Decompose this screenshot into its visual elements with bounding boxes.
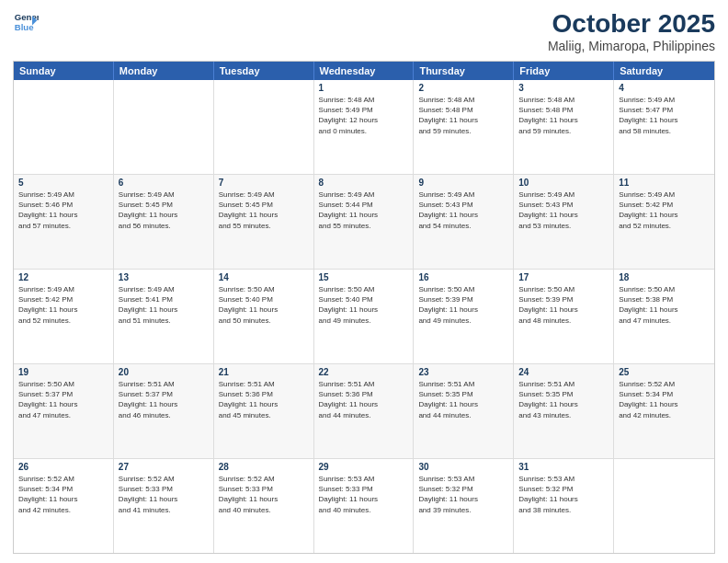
cell-line: and 44 minutes. — [418, 410, 508, 420]
calendar-cell: 15Sunrise: 5:50 AMSunset: 5:40 PMDayligh… — [314, 270, 415, 363]
title-block: October 2025 Maliig, Mimaropa, Philippin… — [548, 9, 715, 53]
calendar-cell: 1Sunrise: 5:48 AMSunset: 5:49 PMDaylight… — [314, 80, 415, 174]
cell-line: Sunrise: 5:50 AM — [18, 379, 108, 389]
cell-line: Sunset: 5:39 PM — [418, 294, 508, 304]
calendar-cell: 14Sunrise: 5:50 AMSunset: 5:40 PMDayligh… — [214, 270, 314, 363]
cell-line: Sunset: 5:38 PM — [619, 294, 710, 304]
calendar-body: 1Sunrise: 5:48 AMSunset: 5:49 PMDaylight… — [14, 80, 714, 553]
cell-line: and 54 minutes. — [418, 221, 508, 231]
cell-line: and 52 minutes. — [18, 316, 108, 326]
cell-line: Sunset: 5:33 PM — [219, 484, 309, 494]
day-number: 7 — [219, 178, 309, 188]
cell-line: Daylight: 11 hours — [119, 494, 209, 504]
cell-line: Sunset: 5:35 PM — [418, 389, 508, 399]
day-number: 22 — [319, 367, 409, 377]
cell-line: Sunset: 5:39 PM — [518, 294, 609, 304]
cell-line: Sunset: 5:33 PM — [319, 484, 409, 494]
cell-line: Daylight: 11 hours — [418, 115, 508, 125]
cell-line: Sunset: 5:42 PM — [619, 200, 710, 210]
cell-line: Sunrise: 5:52 AM — [219, 474, 309, 484]
calendar-cell: 27Sunrise: 5:52 AMSunset: 5:33 PMDayligh… — [114, 459, 214, 553]
cell-line: Sunset: 5:36 PM — [219, 389, 309, 399]
cell-line: and 48 minutes. — [518, 316, 609, 326]
cell-line: Daylight: 11 hours — [518, 115, 609, 125]
cell-line: Daylight: 11 hours — [219, 304, 309, 315]
cell-line: and 56 minutes. — [119, 221, 209, 231]
calendar-cell: 17Sunrise: 5:50 AMSunset: 5:39 PMDayligh… — [514, 270, 614, 363]
day-number: 25 — [619, 367, 710, 377]
cell-line: Sunrise: 5:51 AM — [219, 379, 309, 389]
day-number: 6 — [119, 178, 209, 188]
cell-line: Sunrise: 5:50 AM — [319, 284, 409, 294]
calendar-cell: 18Sunrise: 5:50 AMSunset: 5:38 PMDayligh… — [614, 270, 714, 363]
calendar-week-3: 12Sunrise: 5:49 AMSunset: 5:42 PMDayligh… — [14, 270, 714, 364]
cell-line: Daylight: 11 hours — [619, 210, 710, 220]
day-number: 12 — [18, 272, 108, 282]
cell-line: and 47 minutes. — [18, 410, 108, 420]
calendar-cell: 5Sunrise: 5:49 AMSunset: 5:46 PMDaylight… — [14, 175, 114, 269]
cell-line: Daylight: 11 hours — [18, 399, 108, 409]
cell-line: Sunrise: 5:51 AM — [418, 379, 508, 389]
cell-line: Sunrise: 5:52 AM — [619, 379, 710, 389]
day-number: 8 — [319, 178, 409, 188]
calendar-cell: 26Sunrise: 5:52 AMSunset: 5:34 PMDayligh… — [14, 459, 114, 553]
cell-line: and 41 minutes. — [119, 505, 209, 515]
cell-line: Daylight: 11 hours — [418, 210, 508, 220]
day-number: 31 — [518, 462, 609, 472]
cell-line: Sunset: 5:48 PM — [418, 105, 508, 115]
cell-line: Sunset: 5:45 PM — [119, 200, 209, 210]
header-day-thursday: Thursday — [414, 62, 514, 80]
header-day-monday: Monday — [114, 62, 214, 80]
calendar-cell: 3Sunrise: 5:48 AMSunset: 5:48 PMDaylight… — [514, 80, 614, 174]
cell-line: Sunset: 5:32 PM — [518, 484, 609, 494]
calendar-cell: 9Sunrise: 5:49 AMSunset: 5:43 PMDaylight… — [414, 175, 514, 269]
cell-line: and 39 minutes. — [418, 505, 508, 515]
calendar-cell: 24Sunrise: 5:51 AMSunset: 5:35 PMDayligh… — [514, 364, 614, 458]
cell-line: Daylight: 11 hours — [518, 494, 609, 504]
cell-line: and 59 minutes. — [518, 126, 609, 136]
cell-line: Sunrise: 5:52 AM — [18, 474, 108, 484]
cell-line: and 53 minutes. — [518, 221, 609, 231]
day-number: 23 — [418, 367, 508, 377]
cell-line: and 50 minutes. — [219, 316, 309, 326]
calendar-week-1: 1Sunrise: 5:48 AMSunset: 5:49 PMDaylight… — [14, 80, 714, 175]
cell-line: Sunset: 5:44 PM — [319, 200, 409, 210]
day-number: 24 — [518, 367, 609, 377]
cell-line: Sunset: 5:40 PM — [219, 294, 309, 304]
cell-line: Daylight: 11 hours — [319, 210, 409, 220]
calendar-cell: 20Sunrise: 5:51 AMSunset: 5:37 PMDayligh… — [114, 364, 214, 458]
cell-line: Sunrise: 5:51 AM — [119, 379, 209, 389]
calendar-week-2: 5Sunrise: 5:49 AMSunset: 5:46 PMDaylight… — [14, 175, 714, 270]
day-number: 1 — [319, 83, 409, 93]
cell-line: Daylight: 11 hours — [219, 399, 309, 409]
calendar-cell: 22Sunrise: 5:51 AMSunset: 5:36 PMDayligh… — [314, 364, 415, 458]
day-number: 30 — [418, 462, 508, 472]
cell-line: Sunset: 5:45 PM — [219, 200, 309, 210]
day-number: 27 — [119, 462, 209, 472]
day-number: 9 — [418, 178, 508, 188]
cell-line: Daylight: 11 hours — [219, 494, 309, 504]
calendar-cell: 31Sunrise: 5:53 AMSunset: 5:32 PMDayligh… — [514, 459, 614, 553]
calendar-cell: 23Sunrise: 5:51 AMSunset: 5:35 PMDayligh… — [414, 364, 514, 458]
cell-line: Sunrise: 5:49 AM — [518, 190, 609, 200]
cell-line: Sunrise: 5:49 AM — [619, 95, 710, 105]
cell-line: Sunrise: 5:51 AM — [319, 379, 409, 389]
calendar-week-5: 26Sunrise: 5:52 AMSunset: 5:34 PMDayligh… — [14, 459, 714, 553]
cell-line: and 38 minutes. — [518, 505, 609, 515]
cell-line: Sunset: 5:33 PM — [119, 484, 209, 494]
calendar-cell: 10Sunrise: 5:49 AMSunset: 5:43 PMDayligh… — [514, 175, 614, 269]
day-number: 4 — [619, 83, 710, 93]
header-day-sunday: Sunday — [14, 62, 114, 80]
day-number: 10 — [518, 178, 609, 188]
page: General Blue October 2025 Maliig, Mimaro… — [0, 0, 728, 563]
cell-line: Sunrise: 5:50 AM — [418, 284, 508, 294]
day-number: 26 — [18, 462, 108, 472]
day-number: 19 — [18, 367, 108, 377]
cell-line: Daylight: 11 hours — [219, 210, 309, 220]
cell-line: Sunrise: 5:49 AM — [219, 190, 309, 200]
day-number: 14 — [219, 272, 309, 282]
calendar-cell: 25Sunrise: 5:52 AMSunset: 5:34 PMDayligh… — [614, 364, 714, 458]
cell-line: Sunrise: 5:48 AM — [319, 95, 409, 105]
cell-line: Sunrise: 5:49 AM — [319, 190, 409, 200]
day-number: 15 — [319, 272, 409, 282]
